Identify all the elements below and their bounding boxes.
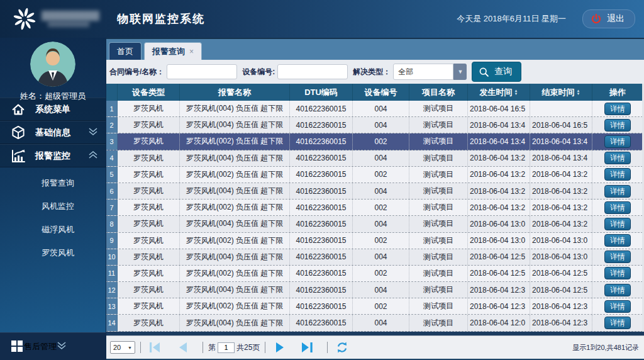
cell-device-no: 004 <box>353 315 409 330</box>
pagination-bar: 20 ▼ 第 共25页 <box>106 335 644 360</box>
table-row[interactable]: 1 罗茨风机 罗茨风机(004) 负压值 超下限 401622360015 00… <box>106 101 643 117</box>
col-end-time[interactable]: 结束时间 ▲▼ <box>530 84 592 101</box>
table-row[interactable]: 10 罗茨风机 罗茨风机(004) 负压值 超下限 401622360015 0… <box>106 249 643 266</box>
cell-actions: 详情 <box>592 183 643 199</box>
cell-device-type: 罗茨风机 <box>118 249 180 265</box>
page-prefix: 第 <box>208 342 216 353</box>
cell-dtu-code: 401622360015 <box>290 249 353 265</box>
tab-home[interactable]: 首页 <box>109 42 142 60</box>
detail-button[interactable]: 详情 <box>604 168 631 181</box>
device-no-input[interactable] <box>277 64 348 79</box>
device-no-label: 设备编号: <box>242 67 275 77</box>
table-row[interactable]: 11 罗茨风机 罗茨风机(002) 负压值 超下限 401622360015 0… <box>106 266 643 282</box>
cell-alarm-name: 罗茨风机(004) 负压值 超下限 <box>180 117 290 133</box>
cell-start-time: 2018-06-04 12:5 <box>468 266 530 281</box>
prev-page-button[interactable] <box>174 340 192 355</box>
sidebar-subitem[interactable]: 报警查询 <box>0 171 106 194</box>
cell-device-no: 004 <box>353 117 409 133</box>
row-index: 5 <box>106 167 118 183</box>
cell-end-time: 2018-06-04 12:3 <box>530 298 592 314</box>
table-row[interactable]: 14 罗茨风机 罗茨风机(004) 负压值 超下限 401622360015 0… <box>106 315 643 331</box>
detail-button[interactable]: 详情 <box>604 218 631 230</box>
cell-device-no: 002 <box>353 266 409 281</box>
cell-device-type: 罗茨风机 <box>118 117 180 133</box>
cell-project-name: 测试项目 <box>409 101 468 116</box>
logout-button[interactable]: 退出 <box>582 9 635 28</box>
table-row[interactable]: 6 罗茨风机 罗茨风机(004) 负压值 超下限 401622360015 00… <box>106 183 643 200</box>
row-index: 3 <box>106 133 118 149</box>
contract-input[interactable] <box>167 64 237 79</box>
cell-alarm-name: 罗茨风机(004) 负压值 超下限 <box>180 183 290 199</box>
cell-actions: 详情 <box>592 101 643 116</box>
sidebar-subitem[interactable]: 罗茨风机 <box>0 241 106 264</box>
sidebar-subitem[interactable]: 磁浮风机 <box>0 218 106 241</box>
cell-alarm-name: 罗茨风机(004) 负压值 超下限 <box>180 216 290 232</box>
sidebar-item-alarm-monitor[interactable]: 报警监控 <box>0 144 106 167</box>
detail-button[interactable]: 详情 <box>604 185 631 198</box>
detail-button[interactable]: 详情 <box>604 152 631 164</box>
detail-button[interactable]: 详情 <box>604 135 631 148</box>
cell-device-no: 004 <box>353 150 409 166</box>
table-row[interactable]: 5 罗茨风机 罗茨风机(002) 负压值 超下限 401622360015 00… <box>106 167 643 183</box>
solve-type-select[interactable]: 全部 ▼ <box>393 64 467 80</box>
current-date-text: 今天是 2018年6月11日 星期一 <box>457 13 566 25</box>
tab-alarm-query[interactable]: 报警查询 × <box>144 42 202 60</box>
sidebar-subitem[interactable]: 风机监控 <box>0 194 106 218</box>
detail-button[interactable]: 详情 <box>604 119 631 132</box>
page-number-input[interactable] <box>218 342 235 353</box>
table-row[interactable]: 12 罗茨风机 罗茨风机(004) 负压值 超下限 401622360015 0… <box>106 282 643 298</box>
cell-alarm-name: 罗茨风机(004) 负压值 超下限 <box>180 315 290 330</box>
page-size-select[interactable]: 20 ▼ <box>110 341 135 354</box>
col-dtu-code: DTU编码 <box>290 84 353 101</box>
row-index: 2 <box>106 117 118 133</box>
refresh-icon[interactable] <box>333 340 352 355</box>
cell-start-time: 2018-06-04 16:5 <box>468 101 530 116</box>
col-index <box>106 84 118 101</box>
cell-device-type: 罗茨风机 <box>118 150 180 166</box>
sidebar-item-basic-info[interactable]: 基础信息 <box>0 121 106 144</box>
table-row[interactable]: 2 罗茨风机 罗茨风机(004) 负压值 超下限 401622360015 00… <box>106 117 643 133</box>
cell-device-no: 002 <box>353 133 409 149</box>
cell-project-name: 测试项目 <box>409 133 468 149</box>
table-row[interactable]: 7 罗茨风机 罗茨风机(002) 负压值 超下限 401622360015 00… <box>106 200 643 216</box>
close-icon[interactable]: × <box>189 47 194 56</box>
sort-icon[interactable]: ▲▼ <box>577 89 580 96</box>
cell-end-time: 2018-06-04 13:0 <box>530 233 592 249</box>
last-page-button[interactable] <box>298 340 317 355</box>
cell-end-time: 2018-06-04 13:4 <box>530 150 592 166</box>
detail-button[interactable]: 详情 <box>604 234 631 247</box>
detail-button[interactable]: 详情 <box>604 267 631 279</box>
cell-device-no: 004 <box>353 249 409 265</box>
detail-button[interactable]: 详情 <box>604 103 631 115</box>
sort-icon[interactable]: ▲▼ <box>514 89 518 96</box>
cell-dtu-code: 401622360015 <box>290 315 353 330</box>
col-start-time[interactable]: 发生时间 ▲▼ <box>468 84 530 101</box>
app-window: 物联网监控系统 今天是 2018年6月11日 星期一 退出 <box>0 0 644 360</box>
cell-dtu-code: 401622360015 <box>290 266 353 281</box>
table-row[interactable]: 8 罗茨风机 罗茨风机(004) 负压值 超下限 401622360015 00… <box>106 216 643 232</box>
cell-project-name: 测试项目 <box>409 282 468 298</box>
detail-button[interactable]: 详情 <box>604 300 631 313</box>
table-row[interactable]: 3 罗茨风机 罗茨风机(002) 负压值 超下限 401622360015 00… <box>106 133 643 150</box>
sidebar-item-aftersales[interactable]: 售后管理 <box>0 332 106 360</box>
table-row[interactable]: 9 罗茨风机 罗茨风机(002) 负压值 超下限 401622360015 00… <box>106 233 643 249</box>
cell-actions: 详情 <box>592 315 643 330</box>
table-row[interactable]: 4 罗茨风机 罗茨风机(004) 负压值 超下限 401622360015 00… <box>106 150 643 167</box>
table-row[interactable]: 13 罗茨风机 罗茨风机(002) 负压值 超下限 401622360015 0… <box>106 298 643 315</box>
cell-start-time: 2018-06-04 13:2 <box>468 167 530 183</box>
detail-button[interactable]: 详情 <box>604 317 631 329</box>
next-page-button[interactable] <box>270 340 289 355</box>
first-page-button[interactable] <box>146 340 165 355</box>
cell-actions: 详情 <box>592 266 643 281</box>
chevron-down-icon: ▼ <box>128 346 132 350</box>
detail-button[interactable]: 详情 <box>604 284 631 296</box>
chevron-down-icon[interactable]: ▼ <box>453 64 467 80</box>
detail-button[interactable]: 详情 <box>604 201 631 214</box>
cell-project-name: 测试项目 <box>409 315 468 330</box>
logo-text-redacted <box>42 9 104 28</box>
search-button[interactable]: 查询 <box>472 62 521 82</box>
cell-start-time: 2018-06-04 12:0 <box>468 315 530 330</box>
col-actions: 操作 <box>592 84 643 101</box>
cell-actions: 详情 <box>592 249 643 265</box>
detail-button[interactable]: 详情 <box>604 250 631 263</box>
